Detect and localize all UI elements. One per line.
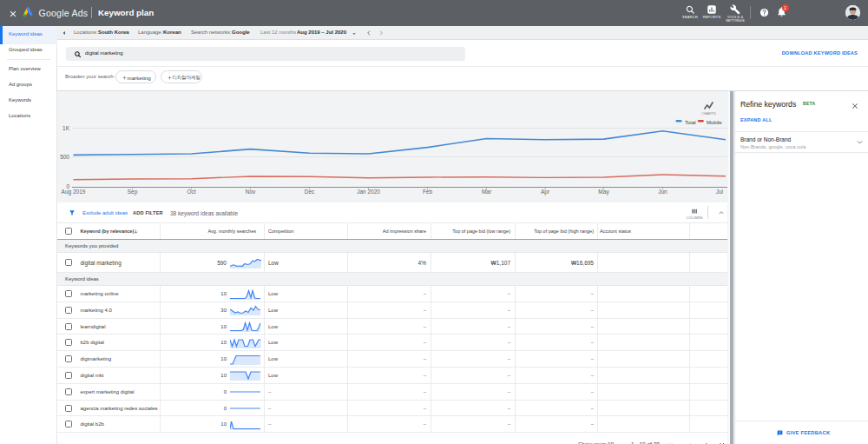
svg-text:May: May — [598, 189, 609, 195]
svg-text:Jan 2020: Jan 2020 — [357, 189, 380, 195]
svg-text:1K: 1K — [62, 125, 70, 131]
svg-text:500: 500 — [60, 154, 69, 160]
svg-text:Jul: Jul — [716, 189, 724, 195]
svg-text:Apr: Apr — [541, 189, 550, 195]
svg-text:Nov: Nov — [246, 189, 256, 195]
svg-text:Sep: Sep — [128, 189, 138, 195]
svg-text:Dec: Dec — [305, 189, 315, 195]
svg-text:Aug 2019: Aug 2019 — [62, 189, 86, 195]
svg-text:Mar: Mar — [482, 189, 492, 195]
svg-text:Total: Total — [685, 120, 696, 125]
svg-text:Jun: Jun — [658, 189, 667, 195]
svg-text:Mobile: Mobile — [707, 120, 722, 125]
svg-text:Feb: Feb — [423, 189, 433, 195]
svg-text:Oct: Oct — [187, 189, 195, 195]
svg-text:CHARTS: CHARTS — [701, 111, 716, 116]
